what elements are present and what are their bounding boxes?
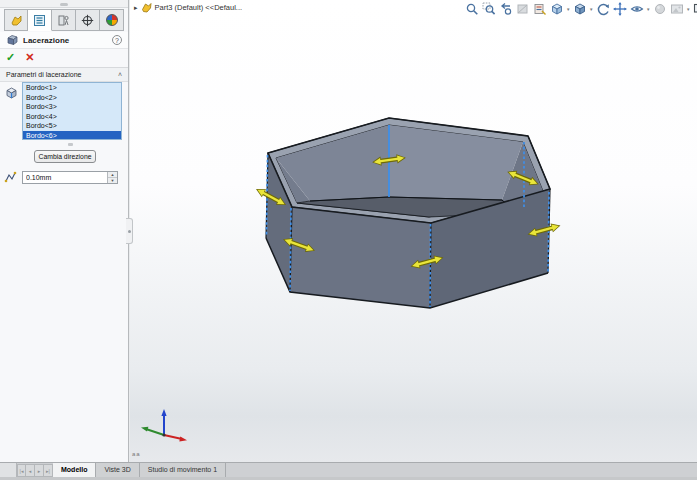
next-tab-button[interactable]: ▸ bbox=[35, 464, 44, 477]
outer-wall-front-left[interactable] bbox=[290, 207, 431, 308]
property-manager-titlebar: Lacerazione ? bbox=[0, 32, 128, 49]
previous-tab-button[interactable]: ◂ bbox=[26, 464, 35, 477]
document-tabs: Modello Viste 3D Studio di movimento 1 bbox=[53, 463, 226, 477]
spinner-down-button[interactable]: ▼ bbox=[108, 178, 117, 183]
rip-gap-icon bbox=[4, 171, 17, 184]
rip-gap-row: ▲ ▼ bbox=[4, 170, 124, 184]
rip-gap-input[interactable] bbox=[23, 172, 107, 183]
hexagonal-part-model[interactable] bbox=[130, 0, 697, 462]
tab-property-manager[interactable] bbox=[28, 9, 52, 31]
configuration-manager-icon bbox=[57, 14, 70, 27]
panel-splitter[interactable] bbox=[0, 0, 128, 8]
section-header-label: Parametri di lacerazione bbox=[6, 71, 118, 78]
document-tab-bar: |◂ ◂ ▸ ▸| Modello Viste 3D Studio di mov… bbox=[0, 462, 697, 480]
list-item-edge-selected[interactable]: Bordo<6> bbox=[23, 131, 121, 140]
list-resize-grip[interactable] bbox=[68, 143, 73, 146]
tab-bar-left-spacer bbox=[0, 463, 17, 477]
motion-study-mini-label: aa bbox=[132, 451, 141, 457]
tab-feature-manager[interactable] bbox=[4, 9, 28, 31]
tab-dimxpert-manager[interactable] bbox=[76, 9, 100, 31]
rip-edges-listbox[interactable]: Bordo<1> Bordo<2> Bordo<3> Bordo<4> Bord… bbox=[22, 82, 122, 140]
change-direction-button[interactable]: Cambia direzione bbox=[34, 150, 96, 163]
section-header-rip-parameters[interactable]: Parametri di lacerazione ˄ bbox=[0, 68, 128, 82]
rip-feature-icon bbox=[6, 34, 19, 46]
panel-collapse-handle[interactable] bbox=[126, 218, 133, 244]
dimxpert-manager-icon bbox=[81, 14, 94, 27]
list-item-edge[interactable]: Bordo<5> bbox=[23, 121, 121, 131]
list-item-edge[interactable]: Bordo<2> bbox=[23, 93, 121, 103]
graphics-viewport[interactable]: ▸ Part3 (Default) <<Defaul... bbox=[130, 0, 697, 462]
reference-triad bbox=[138, 403, 190, 449]
edge-selection-icon bbox=[5, 86, 18, 99]
chevron-up-icon: ˄ bbox=[118, 71, 122, 78]
tab-display-manager[interactable] bbox=[100, 9, 124, 31]
cancel-button[interactable]: ✕ bbox=[25, 51, 34, 65]
solidworks-window: Lacerazione ? ✓ ✕ Parametri di lacerazio… bbox=[0, 0, 697, 480]
selected-edge-highlight[interactable] bbox=[548, 192, 549, 272]
tab-3d-views[interactable]: Viste 3D bbox=[96, 463, 139, 477]
list-item-edge[interactable]: Bordo<1> bbox=[23, 83, 121, 93]
property-manager-icon bbox=[33, 14, 46, 27]
tab-motion-study[interactable]: Studio di movimento 1 bbox=[140, 463, 226, 477]
property-manager-panel: Lacerazione ? ✓ ✕ Parametri di lacerazio… bbox=[0, 0, 129, 462]
help-icon[interactable]: ? bbox=[112, 35, 122, 45]
tab-navigation-buttons: |◂ ◂ ▸ ▸| bbox=[17, 464, 53, 477]
feature-manager-icon bbox=[10, 14, 23, 27]
list-item-edge[interactable]: Bordo<4> bbox=[23, 112, 121, 122]
manager-tab-bar bbox=[4, 9, 124, 31]
ok-button[interactable]: ✓ bbox=[6, 51, 15, 65]
feature-title: Lacerazione bbox=[23, 36, 112, 45]
last-tab-button[interactable]: ▸| bbox=[44, 464, 53, 477]
tab-configuration-manager[interactable] bbox=[52, 9, 76, 31]
first-tab-button[interactable]: |◂ bbox=[17, 464, 26, 477]
display-manager-icon bbox=[106, 14, 118, 26]
tab-model[interactable]: Modello bbox=[53, 463, 96, 477]
pm-actions: ✓ ✕ bbox=[6, 51, 34, 65]
gap-spinner: ▲ ▼ bbox=[107, 172, 117, 183]
list-item-edge[interactable]: Bordo<3> bbox=[23, 102, 121, 112]
